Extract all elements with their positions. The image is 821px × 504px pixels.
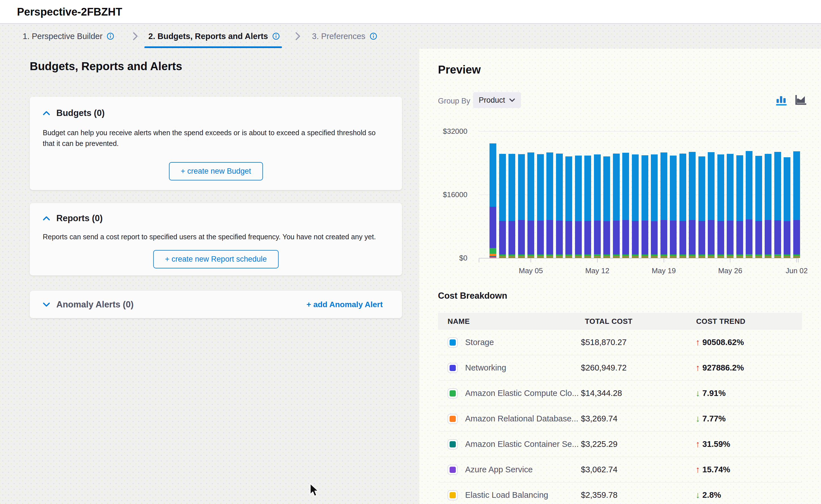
bar-segment	[680, 258, 686, 258]
stacked-bar	[774, 131, 781, 258]
bar-segment	[755, 257, 762, 257]
bar-segment	[556, 255, 563, 256]
budgets-section-header[interactable]: Budgets (0)	[43, 108, 105, 118]
x-axis-label: May 05	[508, 266, 553, 275]
bar-segment	[565, 257, 572, 257]
bar-segment	[537, 256, 544, 257]
bar-segment	[746, 256, 753, 257]
create-budget-button[interactable]: + create new Budget	[169, 162, 263, 180]
add-anomaly-alert-link[interactable]: + add Anomaly Alert	[307, 291, 383, 318]
bar-segment	[746, 219, 753, 254]
bar-segment	[622, 255, 629, 256]
bar-segment	[603, 258, 610, 258]
tab-perspective-builder[interactable]: 1. Perspective Builder	[23, 24, 114, 48]
bar-segment	[622, 257, 629, 257]
total-cost-value: $3,062.74	[581, 465, 696, 474]
bar-segment	[784, 257, 790, 258]
bar-segment	[622, 256, 629, 257]
bar-segment	[632, 258, 639, 258]
bar-segment	[708, 257, 715, 257]
tab-preferences[interactable]: 3. Preferences	[312, 24, 377, 48]
bar-segment	[717, 221, 724, 255]
bar-segment	[784, 256, 790, 257]
series-color-swatch	[448, 465, 458, 475]
trend-up-arrow-icon: ↑	[696, 439, 700, 449]
bar-segment	[670, 221, 677, 255]
bar-segment	[556, 257, 563, 258]
bar-segment	[689, 258, 696, 258]
reports-section-header[interactable]: Reports (0)	[43, 213, 103, 223]
bar-segment	[489, 254, 496, 256]
bar-segment	[736, 221, 743, 255]
bar-segment	[708, 152, 715, 220]
column-header-name: NAME	[438, 317, 581, 326]
column-header-cost-trend: COST TREND	[696, 317, 802, 326]
stacked-bar	[755, 131, 762, 258]
bar-segment	[746, 151, 753, 219]
total-cost-value: $14,344.28	[581, 389, 696, 398]
bar-segment	[670, 256, 677, 257]
bar-segment	[727, 257, 734, 257]
bar-segment	[784, 258, 790, 258]
bar-segment	[661, 257, 667, 257]
bar-segment	[642, 255, 648, 256]
bar-segment	[774, 254, 781, 256]
budgets-title: Budgets (0)	[56, 108, 105, 118]
bar-segment	[556, 258, 563, 258]
bar-segment	[508, 257, 515, 257]
total-cost-value: $3,269.74	[581, 414, 696, 423]
info-icon[interactable]	[272, 32, 280, 40]
bar-segment	[680, 221, 686, 255]
bar-segment	[699, 255, 705, 256]
info-icon[interactable]	[369, 32, 377, 40]
chevron-up-icon	[43, 111, 50, 115]
bar-segment	[546, 152, 553, 220]
bar-segment	[508, 258, 515, 258]
swatch-color	[450, 492, 456, 498]
bar-segment	[594, 221, 601, 254]
tab-budgets-reports-alerts[interactable]: 2. Budgets, Reports and Alerts	[148, 24, 280, 48]
bar-segment	[632, 255, 639, 256]
bar-segment	[661, 258, 667, 258]
bar-segment	[508, 255, 515, 256]
bar-segment	[689, 152, 696, 220]
info-icon[interactable]	[106, 32, 114, 40]
group-by-dropdown[interactable]: Product	[473, 92, 521, 108]
bar-segment	[632, 154, 639, 221]
bar-segment	[670, 257, 677, 258]
trend-percent: 90508.62%	[702, 338, 744, 347]
table-row: Amazon Elastic Compute Clo...$14,344.28↓…	[438, 381, 802, 406]
bar-segment	[651, 257, 658, 258]
bar-segment	[613, 257, 620, 258]
create-report-schedule-button[interactable]: + create new Report schedule	[153, 250, 279, 268]
bar-segment	[584, 257, 591, 258]
reports-card: Reports (0) Reports can send a cost repo…	[30, 203, 402, 275]
bar-segment	[518, 256, 525, 257]
bar-segment	[736, 257, 743, 257]
anomaly-section-header[interactable]: Anomaly Alerts (0)	[43, 291, 134, 318]
table-row: Elastic Load Balancing$2,359.78↓2.8%	[438, 483, 802, 504]
bar-segment	[565, 156, 572, 221]
bar-segment	[508, 221, 515, 255]
bar-chart-icon[interactable]	[775, 93, 788, 106]
bar-segment	[546, 255, 553, 256]
area-chart-icon[interactable]	[795, 93, 808, 106]
x-axis-label: Jun 02	[774, 266, 819, 275]
x-axis-tick	[798, 259, 799, 262]
wizard-tab-bar: 1. Perspective Builder 2. Budgets, Repor…	[0, 24, 821, 49]
x-axis-label: May 12	[575, 266, 620, 275]
bar-segment	[575, 257, 582, 258]
bar-segment	[556, 256, 563, 257]
tab-label: 2. Budgets, Reports and Alerts	[148, 32, 268, 41]
bar-segment	[708, 220, 715, 255]
bar-segment	[670, 257, 677, 257]
bar-segment	[661, 152, 667, 220]
trend-up-arrow-icon: ↑	[696, 464, 700, 475]
bar-segment	[527, 257, 534, 257]
bar-segment	[594, 257, 601, 258]
row-name-cell: Storage	[438, 337, 581, 348]
bar-segment	[518, 255, 525, 256]
bar-segment	[499, 257, 506, 257]
bar-segment	[651, 257, 658, 257]
bar-segment	[765, 257, 771, 257]
